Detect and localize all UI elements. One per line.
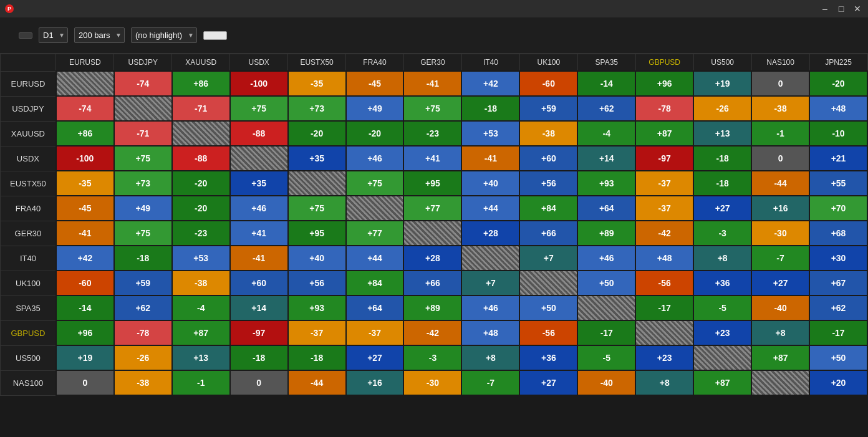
cell[interactable]: -100 bbox=[56, 146, 114, 171]
trade-list-button[interactable] bbox=[203, 31, 227, 40]
cell[interactable] bbox=[403, 221, 461, 246]
cell[interactable]: +13 bbox=[693, 121, 751, 146]
cell[interactable]: +46 bbox=[346, 146, 404, 171]
cell[interactable]: -4 bbox=[577, 121, 635, 146]
cell[interactable]: -26 bbox=[114, 345, 172, 370]
cell[interactable]: -60 bbox=[519, 71, 577, 96]
cell[interactable]: +89 bbox=[577, 221, 635, 246]
cell[interactable]: +20 bbox=[809, 370, 867, 395]
cell[interactable]: +46 bbox=[230, 196, 288, 221]
cell[interactable]: 0 bbox=[751, 146, 809, 171]
cell[interactable]: -41 bbox=[403, 71, 461, 96]
cell[interactable]: -10 bbox=[809, 121, 867, 146]
cell[interactable]: +40 bbox=[461, 171, 519, 196]
cell[interactable]: -74 bbox=[114, 71, 172, 96]
cell[interactable]: +77 bbox=[403, 196, 461, 221]
cell[interactable]: -1 bbox=[751, 121, 809, 146]
cell[interactable]: +30 bbox=[809, 246, 867, 271]
cell[interactable]: +59 bbox=[114, 271, 172, 295]
cell[interactable]: +87 bbox=[172, 320, 230, 345]
cell[interactable]: -14 bbox=[56, 295, 114, 320]
cell[interactable]: -20 bbox=[288, 121, 346, 146]
cell[interactable]: +86 bbox=[172, 71, 230, 96]
cell[interactable]: -45 bbox=[346, 71, 404, 96]
cell[interactable]: +75 bbox=[346, 171, 404, 196]
cell[interactable]: +75 bbox=[403, 96, 461, 121]
cell[interactable]: +27 bbox=[751, 271, 809, 295]
cell[interactable] bbox=[230, 146, 288, 171]
cell[interactable]: +75 bbox=[114, 221, 172, 246]
cell[interactable]: +28 bbox=[403, 246, 461, 271]
cell[interactable]: -35 bbox=[56, 171, 114, 196]
cell[interactable]: -38 bbox=[172, 271, 230, 295]
cell[interactable]: -18 bbox=[288, 345, 346, 370]
cell[interactable]: +14 bbox=[230, 295, 288, 320]
cell[interactable]: +23 bbox=[693, 320, 751, 345]
cell[interactable]: +16 bbox=[751, 196, 809, 221]
cell[interactable]: -1 bbox=[172, 370, 230, 395]
cell[interactable]: +49 bbox=[114, 196, 172, 221]
cell[interactable]: +42 bbox=[461, 71, 519, 96]
cell[interactable]: -56 bbox=[519, 320, 577, 345]
cell[interactable]: -44 bbox=[288, 370, 346, 395]
cell[interactable]: +46 bbox=[577, 246, 635, 271]
cell[interactable]: -40 bbox=[751, 295, 809, 320]
cell[interactable]: +62 bbox=[809, 295, 867, 320]
cell[interactable]: +35 bbox=[230, 171, 288, 196]
cell[interactable]: -23 bbox=[403, 121, 461, 146]
cell[interactable] bbox=[635, 320, 693, 345]
cell[interactable] bbox=[56, 71, 114, 96]
minimize-button[interactable]: – bbox=[819, 3, 831, 14]
cell[interactable]: +35 bbox=[288, 146, 346, 171]
maximize-button[interactable]: □ bbox=[836, 3, 847, 14]
cell[interactable] bbox=[461, 246, 519, 271]
cell[interactable]: +48 bbox=[809, 96, 867, 121]
cell[interactable]: +67 bbox=[809, 271, 867, 295]
cell[interactable]: +27 bbox=[693, 196, 751, 221]
close-button[interactable]: ✕ bbox=[852, 3, 863, 14]
cell[interactable]: 0 bbox=[230, 370, 288, 395]
cell[interactable]: +75 bbox=[230, 96, 288, 121]
cell[interactable]: -88 bbox=[172, 146, 230, 171]
cell[interactable]: +89 bbox=[403, 295, 461, 320]
cell[interactable]: -3 bbox=[403, 345, 461, 370]
cell[interactable]: -56 bbox=[635, 271, 693, 295]
cell[interactable]: +7 bbox=[519, 246, 577, 271]
cell[interactable]: -42 bbox=[403, 320, 461, 345]
cell[interactable]: +50 bbox=[577, 271, 635, 295]
cell[interactable]: -18 bbox=[693, 171, 751, 196]
cell[interactable]: +96 bbox=[635, 71, 693, 96]
cell[interactable]: +50 bbox=[519, 295, 577, 320]
cell[interactable]: -38 bbox=[519, 121, 577, 146]
cell[interactable] bbox=[693, 345, 751, 370]
cell[interactable] bbox=[577, 295, 635, 320]
cell[interactable]: +13 bbox=[172, 345, 230, 370]
cell[interactable] bbox=[114, 96, 172, 121]
cell[interactable]: -60 bbox=[56, 271, 114, 295]
cell[interactable]: +16 bbox=[346, 370, 404, 395]
cell[interactable]: -41 bbox=[461, 146, 519, 171]
cell[interactable]: +41 bbox=[230, 221, 288, 246]
cell[interactable]: -17 bbox=[577, 320, 635, 345]
cell[interactable]: +75 bbox=[288, 196, 346, 221]
cell[interactable]: +8 bbox=[751, 320, 809, 345]
cell[interactable]: +56 bbox=[288, 271, 346, 295]
cell[interactable]: +95 bbox=[403, 171, 461, 196]
cell[interactable]: -20 bbox=[346, 121, 404, 146]
cell[interactable]: -37 bbox=[346, 320, 404, 345]
cell[interactable]: -20 bbox=[809, 71, 867, 96]
cell[interactable]: -20 bbox=[172, 196, 230, 221]
cell[interactable]: -4 bbox=[172, 295, 230, 320]
cell[interactable]: +56 bbox=[519, 171, 577, 196]
cell[interactable]: +68 bbox=[809, 221, 867, 246]
cell[interactable]: -42 bbox=[635, 221, 693, 246]
timeframe-select[interactable]: D1 H4 H1 bbox=[39, 27, 68, 43]
cell[interactable]: -5 bbox=[577, 345, 635, 370]
cell[interactable]: -97 bbox=[230, 320, 288, 345]
cell[interactable]: +28 bbox=[461, 221, 519, 246]
cell[interactable]: +8 bbox=[693, 246, 751, 271]
more-button[interactable] bbox=[19, 32, 32, 39]
cell[interactable]: -18 bbox=[114, 246, 172, 271]
cell[interactable]: -5 bbox=[693, 295, 751, 320]
cell[interactable]: +66 bbox=[403, 271, 461, 295]
